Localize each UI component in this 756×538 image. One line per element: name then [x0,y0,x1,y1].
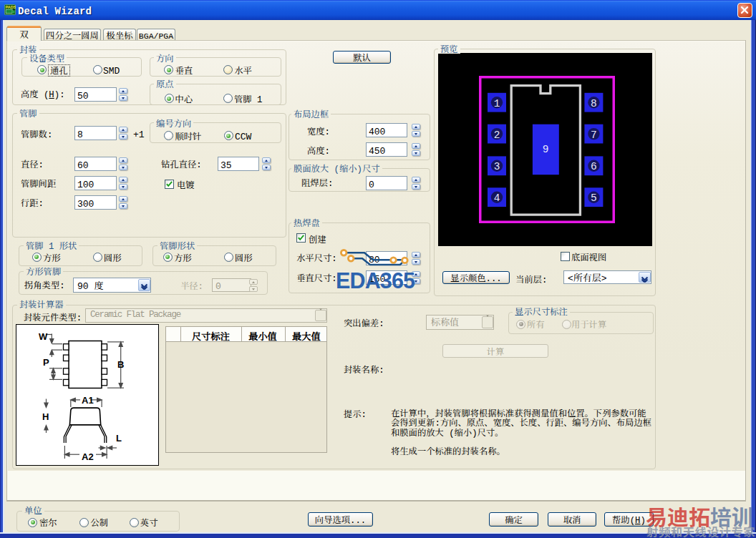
svg-text:W: W [39,331,48,342]
svg-text:P: P [43,357,49,368]
svg-text:8: 8 [591,98,597,109]
svg-text:7: 7 [591,129,597,141]
svg-text:A1: A1 [82,395,94,406]
svg-text:6: 6 [591,161,597,172]
svg-text:4: 4 [494,192,500,204]
svg-text:5: 5 [591,192,597,204]
svg-text:2: 2 [494,129,500,141]
svg-text:9: 9 [543,144,549,155]
svg-text:1: 1 [494,98,500,109]
svg-text:PADS: PADS [5,5,16,9]
svg-text:L: L [116,433,122,444]
svg-text:EDA365: EDA365 [336,268,415,293]
svg-text:A2: A2 [82,451,94,462]
svg-text:B: B [117,359,124,370]
svg-text:H: H [42,411,49,422]
svg-text:3: 3 [494,161,500,172]
